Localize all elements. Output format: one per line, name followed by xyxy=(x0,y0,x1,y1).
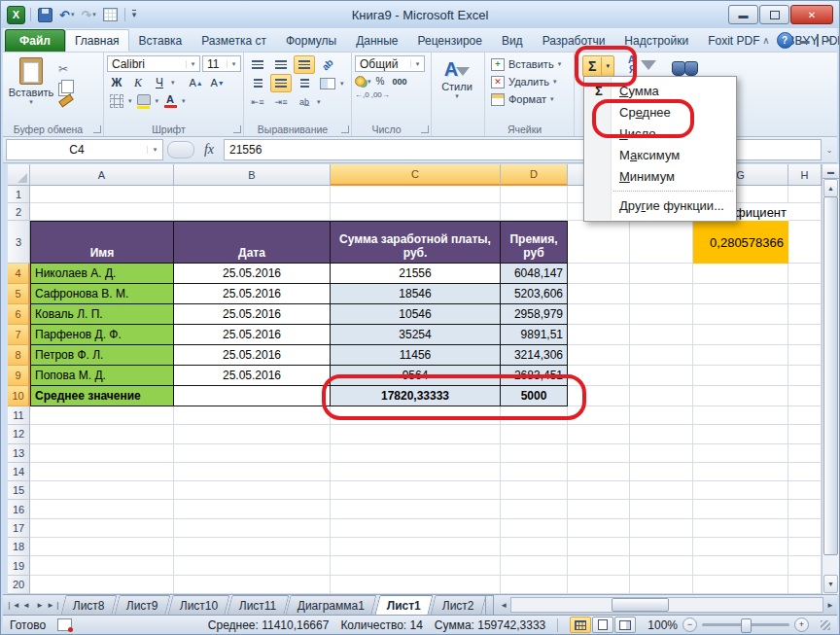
font-size-select[interactable]: 11▾ xyxy=(202,55,241,72)
menu-item-max[interactable]: Максимум xyxy=(584,145,736,166)
copy-button[interactable] xyxy=(61,80,74,93)
cell[interactable] xyxy=(174,481,331,500)
insert-sheet-tab[interactable] xyxy=(485,595,494,615)
zoom-slider[interactable] xyxy=(702,623,789,626)
cell[interactable] xyxy=(331,556,501,575)
sheet-tab-active[interactable]: Лист1 xyxy=(374,595,433,615)
cell-date[interactable]: 25.05.2016 xyxy=(174,304,331,325)
cell[interactable] xyxy=(174,556,331,575)
cell[interactable] xyxy=(331,576,501,594)
cell[interactable] xyxy=(693,576,788,594)
cell[interactable] xyxy=(501,463,568,481)
align-left-button[interactable] xyxy=(247,74,268,92)
row-header[interactable]: 20 xyxy=(8,576,30,594)
cell-bonus[interactable]: 6048,147 xyxy=(501,264,568,284)
cell[interactable] xyxy=(693,500,788,518)
cell[interactable] xyxy=(568,481,630,500)
tab-insert[interactable]: Вставка xyxy=(129,29,192,52)
save-button[interactable] xyxy=(36,6,54,23)
cell[interactable] xyxy=(568,284,630,304)
row-header[interactable]: 1 xyxy=(8,186,30,203)
cell[interactable] xyxy=(568,519,630,538)
cell[interactable] xyxy=(174,538,331,556)
cell[interactable] xyxy=(693,366,788,386)
cell[interactable] xyxy=(331,425,501,443)
hscroll-right-icon[interactable]: ► xyxy=(823,595,837,615)
cell[interactable] xyxy=(788,325,822,345)
expand-formula-bar-icon[interactable]: ⌄ xyxy=(822,146,837,155)
align-right-button[interactable] xyxy=(294,74,315,92)
row-header[interactable]: 7 xyxy=(8,325,30,345)
cell[interactable] xyxy=(693,304,788,325)
doc-minimize-icon[interactable]: ▬ xyxy=(800,35,810,46)
cell[interactable] xyxy=(630,425,693,443)
doc-restore-icon[interactable] xyxy=(817,35,819,46)
scroll-down-icon[interactable]: ▼ xyxy=(823,575,838,593)
cell[interactable] xyxy=(331,203,501,221)
sheet-tab[interactable]: Лист2 xyxy=(430,595,486,615)
font-family-select[interactable]: Calibri▾ xyxy=(107,55,200,72)
cell[interactable] xyxy=(331,481,501,500)
insert-function-button[interactable]: fx xyxy=(194,142,224,158)
select-all-corner[interactable] xyxy=(8,164,30,186)
cell[interactable] xyxy=(30,406,174,425)
cell-name[interactable]: Николаев А. Д. xyxy=(30,264,174,284)
cell[interactable] xyxy=(788,576,822,594)
tab-review[interactable]: Рецензирое xyxy=(407,29,491,52)
format-cells-button[interactable]: Формат▾ xyxy=(488,90,572,108)
cell[interactable] xyxy=(174,406,331,425)
cell[interactable] xyxy=(693,556,788,575)
column-header-d[interactable]: D xyxy=(501,164,568,186)
cell-date[interactable]: 25.05.2016 xyxy=(174,366,331,386)
row-header[interactable]: 6 xyxy=(8,304,30,325)
cell[interactable] xyxy=(630,284,693,304)
tab-home[interactable]: Главная xyxy=(65,29,129,52)
cell[interactable] xyxy=(30,538,174,556)
cell-name[interactable]: Попова М. Д. xyxy=(30,366,174,386)
cell[interactable] xyxy=(30,556,174,575)
delete-cells-button[interactable]: ✕Удалить▾ xyxy=(488,73,572,90)
cell-name[interactable]: Сафронова В. М. xyxy=(30,284,174,304)
cell-salary[interactable]: 18546 xyxy=(331,284,501,304)
cell[interactable] xyxy=(693,481,788,500)
paste-button[interactable]: Вставить ▾ xyxy=(6,55,56,106)
fill-color-button[interactable] xyxy=(134,93,154,109)
styles-button[interactable]: A Стили ▾ xyxy=(435,55,479,100)
cell[interactable] xyxy=(788,425,822,443)
menu-item-more-functions[interactable]: Другие функции... xyxy=(584,195,736,217)
sheet-tab[interactable]: Лист8 xyxy=(61,595,118,615)
customize-qat-button[interactable]: ▾ xyxy=(130,6,139,23)
cell[interactable] xyxy=(501,519,568,538)
sheet-tab[interactable]: Лист10 xyxy=(167,595,229,615)
cell-name[interactable]: Коваль Л. П. xyxy=(30,304,174,325)
cell[interactable] xyxy=(630,444,693,463)
orientation-button[interactable]: ab xyxy=(317,55,338,74)
cell[interactable] xyxy=(568,576,630,594)
cell[interactable] xyxy=(501,203,568,221)
redo-button[interactable]: ↷▾ xyxy=(79,6,97,23)
name-box[interactable]: C4 ▾ xyxy=(6,139,163,160)
table-header-cell[interactable]: Имя xyxy=(30,221,174,264)
cell[interactable] xyxy=(630,500,693,518)
tab-view[interactable]: Вид xyxy=(492,29,533,52)
cell[interactable] xyxy=(630,325,693,345)
excel-logo-icon[interactable] xyxy=(7,6,25,24)
cell[interactable] xyxy=(693,425,788,443)
row-header[interactable]: 9 xyxy=(8,366,30,386)
row-header[interactable]: 19 xyxy=(8,556,30,575)
cell[interactable] xyxy=(30,425,174,443)
row-header[interactable]: 17 xyxy=(8,519,30,538)
cell-coefficient-value[interactable]: 0,280578366 xyxy=(693,221,788,264)
cell[interactable] xyxy=(788,444,822,463)
table-header-cell[interactable]: Дата xyxy=(174,221,331,264)
cell-date[interactable]: 25.05.2016 xyxy=(174,325,331,345)
font-color-button[interactable]: А xyxy=(160,93,180,109)
cell[interactable] xyxy=(788,556,822,575)
cell[interactable] xyxy=(568,425,630,443)
cell-average-salary[interactable]: 17820,33333 xyxy=(331,386,501,406)
cell[interactable] xyxy=(30,186,174,203)
vertical-scroll-thumb[interactable] xyxy=(823,196,838,555)
cell[interactable] xyxy=(630,556,693,575)
wrap-text-button[interactable]: ab̲ xyxy=(294,92,315,111)
table-header-cell[interactable]: Сумма заработной платы, руб. xyxy=(331,221,501,264)
